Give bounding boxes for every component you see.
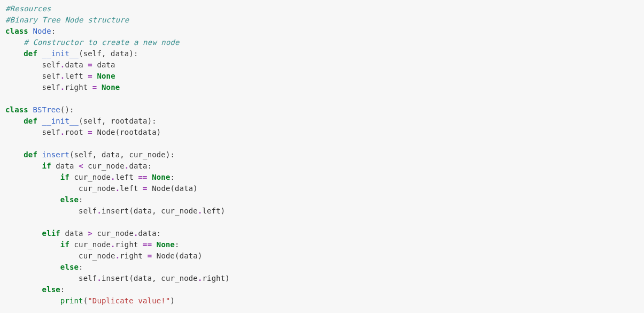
assign: = bbox=[88, 60, 92, 69]
dot: . bbox=[111, 240, 115, 249]
indent bbox=[5, 128, 42, 136]
dot: . bbox=[115, 184, 120, 193]
indent bbox=[5, 117, 24, 125]
indent bbox=[5, 184, 79, 193]
method-init: __init__ bbox=[42, 49, 79, 58]
punct: ( bbox=[83, 296, 88, 305]
indent bbox=[5, 173, 60, 181]
assign: = bbox=[88, 128, 92, 136]
attr: data: bbox=[129, 162, 152, 170]
indent bbox=[5, 83, 42, 91]
keyword-def: def bbox=[24, 150, 37, 159]
indent bbox=[5, 240, 60, 249]
keyword-if: if bbox=[60, 173, 69, 181]
self: self bbox=[79, 207, 97, 215]
keyword-if: if bbox=[60, 240, 69, 249]
params: (self, data, cur_node): bbox=[69, 150, 175, 159]
indent bbox=[5, 72, 42, 80]
indent bbox=[5, 274, 79, 283]
expr: data bbox=[51, 162, 79, 170]
comment: #Binary Tree Node structure bbox=[5, 16, 129, 24]
assign: = bbox=[148, 251, 152, 260]
attr: left bbox=[115, 173, 138, 181]
attr: right bbox=[115, 240, 143, 249]
class-name-node: Node bbox=[33, 27, 51, 35]
punct: : bbox=[79, 263, 83, 271]
op-lt: < bbox=[79, 162, 83, 170]
keyword-class: class bbox=[5, 27, 28, 35]
const-none: None bbox=[102, 83, 120, 91]
indent bbox=[5, 38, 24, 47]
expr: cur_node bbox=[92, 229, 134, 238]
keyword-else: else bbox=[60, 263, 79, 271]
dot: . bbox=[111, 173, 115, 181]
rhs: Node(rootdata) bbox=[92, 128, 161, 136]
attr: data: bbox=[138, 229, 161, 238]
const-none: None bbox=[152, 173, 170, 181]
keyword-def: def bbox=[24, 117, 37, 125]
params: (self, data): bbox=[79, 49, 138, 58]
indent bbox=[5, 285, 42, 294]
op-gt: > bbox=[88, 229, 92, 238]
sp bbox=[152, 240, 157, 249]
expr: cur_node bbox=[69, 173, 111, 181]
punct: : bbox=[170, 173, 175, 181]
method-init: __init__ bbox=[42, 117, 79, 125]
self: self bbox=[42, 83, 60, 91]
params: (self, rootdata): bbox=[79, 117, 157, 125]
class-name-bstree: BSTree bbox=[33, 105, 60, 114]
attr: right) bbox=[203, 274, 230, 283]
const-none: None bbox=[97, 72, 115, 80]
indent bbox=[5, 150, 24, 159]
attr: left) bbox=[203, 207, 226, 215]
self: self bbox=[42, 72, 60, 80]
expr: cur_node bbox=[69, 240, 111, 249]
assign: = bbox=[143, 184, 148, 193]
comment: #Resources bbox=[5, 4, 51, 13]
punct: : bbox=[60, 285, 65, 294]
op-eq: == bbox=[138, 173, 148, 181]
dot: . bbox=[198, 274, 203, 283]
sp bbox=[97, 83, 102, 91]
keyword-def: def bbox=[24, 49, 37, 58]
code-block: #Resources #Binary Tree Node structure c… bbox=[5, 3, 639, 307]
expr: cur_node bbox=[83, 162, 125, 170]
indent bbox=[5, 162, 42, 170]
sp bbox=[148, 173, 152, 181]
keyword-else: else bbox=[42, 285, 60, 294]
lhs: cur_node bbox=[79, 251, 115, 260]
attr: left bbox=[65, 72, 88, 80]
rhs: data bbox=[92, 60, 115, 69]
string-literal: "Duplicate value!" bbox=[88, 296, 170, 305]
dot: . bbox=[97, 207, 102, 215]
expr: data bbox=[60, 229, 88, 238]
punct: (): bbox=[60, 105, 74, 114]
const-none: None bbox=[157, 240, 175, 249]
punct: : bbox=[51, 27, 56, 35]
keyword-class: class bbox=[5, 105, 28, 114]
punct: : bbox=[79, 195, 83, 204]
indent bbox=[5, 60, 42, 69]
method-insert: insert bbox=[42, 150, 69, 159]
self: self bbox=[42, 60, 60, 69]
attr: data bbox=[65, 60, 88, 69]
indent bbox=[5, 263, 60, 271]
dot: . bbox=[97, 274, 102, 283]
punct: ) bbox=[170, 296, 175, 305]
dot: . bbox=[198, 207, 203, 215]
indent bbox=[5, 251, 79, 260]
attr: root bbox=[65, 128, 88, 136]
lhs: cur_node bbox=[79, 184, 115, 193]
indent bbox=[5, 195, 60, 204]
indent bbox=[5, 207, 79, 215]
dot: . bbox=[134, 229, 138, 238]
op-eq: == bbox=[143, 240, 152, 249]
keyword-if: if bbox=[42, 162, 51, 170]
call: insert(data, cur_node bbox=[102, 207, 198, 215]
builtin-print: print bbox=[60, 296, 83, 305]
self: self bbox=[42, 128, 60, 136]
call: insert(data, cur_node bbox=[102, 274, 198, 283]
attr: left bbox=[120, 184, 143, 193]
punct: : bbox=[175, 240, 180, 249]
self: self bbox=[79, 274, 97, 283]
